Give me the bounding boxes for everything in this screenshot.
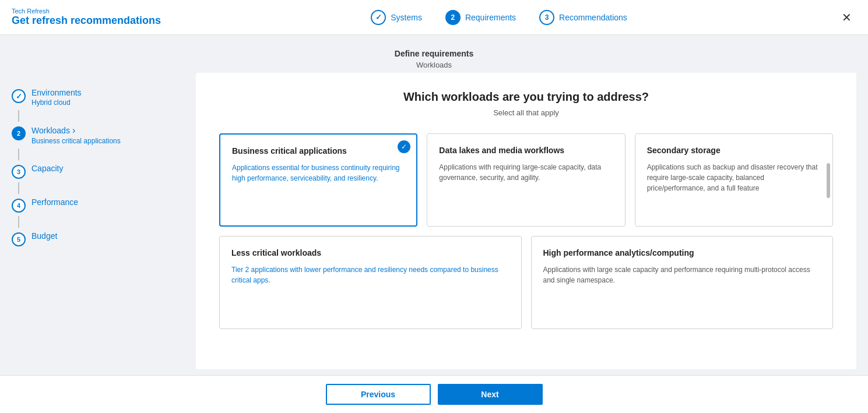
next-button[interactable]: Next	[438, 384, 543, 405]
main-question: Which workloads are you trying to addres…	[219, 90, 833, 104]
card-high-performance[interactable]: High performance analytics/computing App…	[531, 236, 834, 329]
sidebar-connector-1	[18, 110, 19, 122]
step-systems[interactable]: ✓ Systems	[371, 10, 422, 25]
sidebar-item-capacity[interactable]: 3 Capacity	[12, 160, 187, 182]
app-subtitle: Tech Refresh	[12, 8, 161, 15]
page-heading-title: Define requirements	[0, 49, 868, 58]
sidebar-circle-workloads: 2	[12, 126, 26, 140]
previous-button[interactable]: Previous	[326, 384, 431, 405]
card-desc-secondary-storage: Applications such as backup and disaster…	[647, 162, 821, 193]
step-label-recommendations: Recommendations	[559, 13, 627, 22]
sidebar-performance-content: Performance	[31, 197, 78, 207]
sidebar-connector-2	[18, 149, 19, 160]
sidebar-budget-content: Budget	[31, 231, 57, 241]
modal-container: Tech Refresh Get refresh recommendations…	[0, 0, 868, 413]
sidebar-item-performance[interactable]: 4 Performance	[12, 194, 187, 216]
sidebar-circle-environments: ✓	[12, 89, 26, 103]
card-desc-less-critical: Tier 2 applications with lower performan…	[231, 264, 509, 285]
card-check-business-critical: ✓	[398, 140, 410, 153]
step-requirements[interactable]: 2 Requirements	[445, 10, 516, 25]
sidebar-label-workloads: Workloads ›	[31, 125, 121, 136]
step-circle-recommendations: 3	[539, 10, 554, 25]
sidebar: ✓ Environments Hybrid cloud 2 Workloads	[12, 73, 187, 369]
sidebar-capacity-content: Capacity	[31, 164, 63, 173]
cards-grid-top: ✓ Business critical applications Applica…	[219, 133, 833, 227]
sidebar-circle-capacity: 3	[12, 165, 26, 179]
step-recommendations[interactable]: 3 Recommendations	[539, 10, 627, 25]
modal-header: Tech Refresh Get refresh recommendations…	[0, 0, 868, 35]
sidebar-item-environments[interactable]: ✓ Environments Hybrid cloud	[12, 84, 187, 110]
content-area: ✓ Environments Hybrid cloud 2 Workloads	[0, 73, 868, 375]
header-title-block: Tech Refresh Get refresh recommendations	[12, 8, 161, 27]
main-panel: Which workloads are you trying to addres…	[196, 73, 856, 369]
step-circle-systems: ✓	[371, 10, 386, 25]
card-desc-business-critical: Applications essential for business cont…	[232, 163, 405, 183]
sidebar-label-performance: Performance	[31, 197, 78, 207]
workloads-chevron: ›	[72, 125, 75, 136]
sidebar-environments-content: Environments Hybrid cloud	[31, 88, 82, 107]
header-steps: ✓ Systems 2 Requirements 3 Recommendatio…	[161, 10, 837, 25]
sidebar-connector-3	[18, 182, 19, 194]
card-title-business-critical: Business critical applications	[232, 146, 405, 156]
page-heading-sub: Workloads	[0, 61, 868, 69]
main-instruction: Select all that apply	[219, 108, 833, 117]
card-business-critical[interactable]: ✓ Business critical applications Applica…	[219, 133, 417, 227]
card-title-high-performance: High performance analytics/computing	[543, 248, 821, 257]
modal-body: Define requirements Workloads ✓ Environm…	[0, 35, 868, 375]
scrollbar-secondary-storage[interactable]	[827, 163, 830, 198]
card-title-less-critical: Less critical workloads	[231, 248, 509, 257]
sidebar-connector-4	[18, 216, 19, 228]
sidebar-circle-performance: 4	[12, 199, 26, 213]
card-desc-high-performance: Applications with large scale capacity a…	[543, 264, 821, 285]
cards-grid-bottom: Less critical workloads Tier 2 applicati…	[219, 236, 833, 329]
close-button[interactable]: ✕	[837, 8, 856, 27]
card-secondary-storage[interactable]: Secondary storage Applications such as b…	[635, 133, 833, 227]
sidebar-sublabel-workloads: Business critical applications	[31, 137, 121, 145]
sidebar-workloads-content: Workloads › Business critical applicatio…	[31, 125, 121, 145]
modal-footer: Previous Next	[0, 375, 868, 413]
step-label-requirements: Requirements	[465, 13, 516, 22]
sidebar-label-capacity: Capacity	[31, 164, 63, 173]
page-heading: Define requirements Workloads	[0, 35, 868, 73]
sidebar-item-workloads[interactable]: 2 Workloads › Business critical applicat…	[12, 122, 187, 149]
app-title: Get refresh recommendations	[12, 15, 161, 27]
step-label-systems: Systems	[391, 13, 422, 22]
card-less-critical[interactable]: Less critical workloads Tier 2 applicati…	[219, 236, 522, 329]
sidebar-label-budget: Budget	[31, 231, 57, 241]
sidebar-sublabel-environments: Hybrid cloud	[31, 98, 82, 107]
card-data-lakes[interactable]: Data lakes and media workflows Applicati…	[427, 133, 625, 227]
sidebar-label-environments: Environments	[31, 88, 82, 97]
card-title-data-lakes: Data lakes and media workflows	[439, 146, 613, 155]
sidebar-circle-budget: 5	[12, 232, 26, 246]
sidebar-item-budget[interactable]: 5 Budget	[12, 228, 187, 250]
step-circle-requirements: 2	[445, 10, 461, 25]
card-desc-data-lakes: Applications with requiring large-scale …	[439, 162, 613, 183]
card-title-secondary-storage: Secondary storage	[647, 146, 821, 155]
